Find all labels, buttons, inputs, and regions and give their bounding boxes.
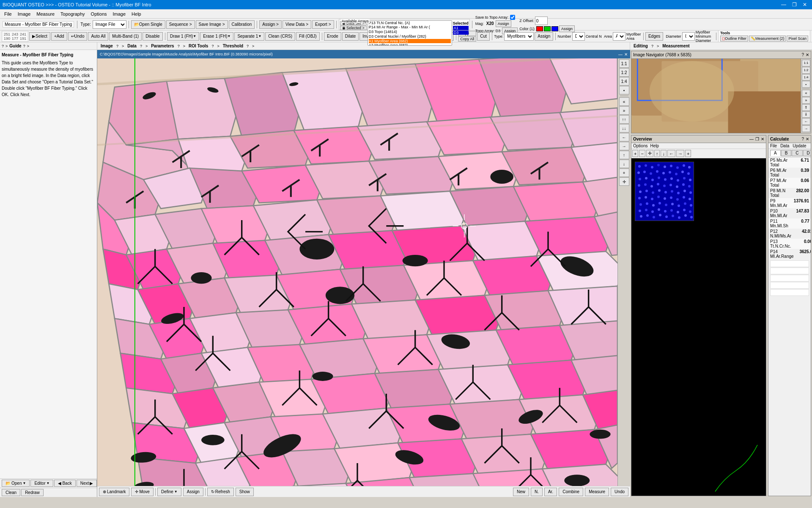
vt-left-btn[interactable]: ←	[619, 133, 629, 141]
vt-cross-btn[interactable]: ✛	[619, 177, 629, 186]
menu-options[interactable]: Options	[88, 11, 110, 17]
n-dot-btn[interactable]: N.	[531, 488, 543, 496]
close-button[interactable]: ✕	[800, 2, 809, 8]
calibration-button[interactable]: Calibration	[229, 20, 255, 29]
vt-rect-btn[interactable]: ▪	[619, 86, 629, 94]
ov-plus-btn[interactable]: +	[632, 150, 638, 157]
image-canvas[interactable]	[97, 58, 617, 486]
nav-left[interactable]: ←	[802, 118, 810, 125]
export-button[interactable]: Export >	[312, 20, 334, 29]
nav-up-up[interactable]: ⇑	[802, 104, 810, 111]
vt-dbl-right-btn[interactable]: »	[619, 106, 629, 115]
define-btn[interactable]: Define ▼	[157, 488, 181, 496]
measurement-button[interactable]: 📏 Measurement (2)	[749, 36, 786, 41]
measure-btn[interactable]: Measure	[585, 488, 609, 496]
menu-measure[interactable]: Measure	[34, 11, 57, 17]
erode-button[interactable]: Erode	[324, 32, 341, 41]
assign-mag-button[interactable]: Assign	[496, 20, 511, 27]
calc-menu-file[interactable]: File	[770, 144, 777, 148]
erase1-button[interactable]: Erase 1 (FH) ▼	[200, 32, 233, 41]
menu-file[interactable]: File	[2, 11, 14, 17]
nav->>[interactable]: »	[802, 97, 810, 104]
type-myofibers-select[interactable]: Myofibers	[504, 32, 534, 41]
calc-tab-b[interactable]: B	[781, 150, 792, 156]
ov-restore-btn[interactable]: ❐	[755, 137, 759, 141]
ar-dot-btn[interactable]: Ar.	[544, 488, 557, 496]
assign-gt-button[interactable]: Assign >	[259, 20, 282, 29]
menu-image[interactable]: Image	[15, 11, 33, 17]
vt-up-btn[interactable]: ↑	[619, 151, 629, 159]
area-select[interactable]: A2	[613, 32, 625, 41]
copy-all-button[interactable]: Copy All	[458, 36, 476, 41]
refresh-btn[interactable]: ↻ Refresh	[207, 488, 234, 496]
calc-menu-update[interactable]: Update	[793, 144, 806, 148]
vt-right-btn[interactable]: →	[619, 142, 629, 150]
calc-question-btn[interactable]: ?	[801, 137, 804, 141]
calc-tab-d[interactable]: D	[803, 150, 811, 156]
multi-band-button[interactable]: Multi-Band (1)	[109, 32, 142, 41]
vt-1-4-btn[interactable]: 1:4	[619, 77, 629, 86]
combine-btn[interactable]: Combine	[559, 488, 583, 496]
disable-button[interactable]: Disable	[143, 32, 162, 41]
assign-color-button[interactable]: Assign	[559, 25, 575, 32]
undo-final-btn[interactable]: Undo	[611, 488, 628, 496]
nav-question-btn[interactable]: ?	[801, 52, 804, 57]
vt-down-btn[interactable]: ↓	[619, 160, 629, 168]
vt-plus-btn[interactable]: +	[619, 168, 629, 177]
minimize-button[interactable]: —	[779, 2, 789, 8]
clean-crs-button[interactable]: Clean (CRS)	[265, 32, 295, 41]
vt-dbl-down-btn[interactable]: ↓↓	[619, 124, 629, 133]
editor-btn[interactable]: Editor ▼	[30, 480, 53, 487]
image-minimize-btn[interactable]: —	[618, 52, 623, 57]
ov-left-btn[interactable]: ←	[667, 150, 675, 157]
number-select[interactable]: D3	[572, 32, 585, 41]
arrays-list[interactable]: P13 Tt.N Central Nc. (A) P14 MI Ar Range…	[368, 20, 452, 46]
image-close-btn[interactable]: ✕	[624, 52, 628, 57]
landmark-btn[interactable]: ⊕ Landmark	[99, 488, 129, 496]
calc-tab-c[interactable]: C	[792, 150, 802, 156]
selected-button[interactable]: ◉ Selected >	[340, 26, 367, 30]
calc-menu-data[interactable]: Data	[780, 144, 789, 148]
ov-dn-btn[interactable]: ↓	[661, 150, 667, 157]
vt-dbl-left-btn[interactable]: «	[619, 97, 629, 106]
nav-dn-dn[interactable]: ⇓	[802, 111, 810, 118]
vt-dbl-up-btn[interactable]: ↑↑	[619, 115, 629, 124]
save-topo-checkbox[interactable]	[510, 15, 515, 20]
nav-<<[interactable]: «	[802, 90, 810, 97]
auto-all-button[interactable]: Auto All	[88, 32, 108, 41]
add-button[interactable]: + Add	[51, 32, 67, 41]
move-btn[interactable]: ✛ Move	[131, 488, 153, 496]
scale-1-2[interactable]: 1:2	[802, 67, 810, 74]
scale-1-1[interactable]: 1:1	[802, 60, 810, 66]
nav-rect-btn[interactable]: ▪	[802, 81, 810, 88]
ov-minus-btn[interactable]: −	[639, 150, 645, 157]
ov-right-btn[interactable]: →	[676, 150, 684, 157]
fill-obj-button[interactable]: Fill (OBJ)	[296, 32, 320, 41]
ov-minimize-btn[interactable]: —	[749, 137, 754, 141]
undo-button[interactable]: ↩ Undo	[68, 32, 88, 41]
restore-button[interactable]: ❐	[790, 2, 799, 8]
type-select[interactable]: Image File	[93, 20, 126, 29]
ov-menu-options[interactable]: Options	[633, 144, 647, 148]
menu-help[interactable]: Help	[129, 11, 144, 17]
ov-plus2-btn[interactable]: +	[685, 150, 691, 157]
new-btn[interactable]: New	[513, 488, 529, 496]
ov-close-btn[interactable]: ✕	[761, 137, 764, 141]
nav-right[interactable]: →	[802, 125, 810, 132]
edges-button[interactable]: Edges	[645, 32, 663, 41]
calc-tab-a[interactable]: A	[770, 150, 781, 156]
open-single-button[interactable]: 📂 Open Single	[131, 20, 165, 29]
select-button[interactable]: ▶ Select	[29, 32, 50, 41]
dilate-button[interactable]: Dilate	[342, 32, 359, 41]
show-btn[interactable]: Show	[236, 488, 254, 496]
cut-button[interactable]: Cut	[477, 32, 490, 41]
redraw-btn[interactable]: Redraw	[21, 489, 43, 496]
pixel-scan-button[interactable]: Pixel Scan	[787, 36, 808, 41]
calc-close-btn[interactable]: ✕	[806, 137, 809, 141]
view-data-button[interactable]: View Data >	[283, 20, 311, 29]
save-image-button[interactable]: Save Image >	[196, 20, 228, 29]
draw1-button[interactable]: Draw 1 (FH) ▼	[167, 32, 199, 41]
ov-up-btn[interactable]: ↑	[654, 150, 660, 157]
assign-type-button[interactable]: Assign	[535, 32, 553, 41]
diameter-select[interactable]: I1	[682, 32, 695, 41]
